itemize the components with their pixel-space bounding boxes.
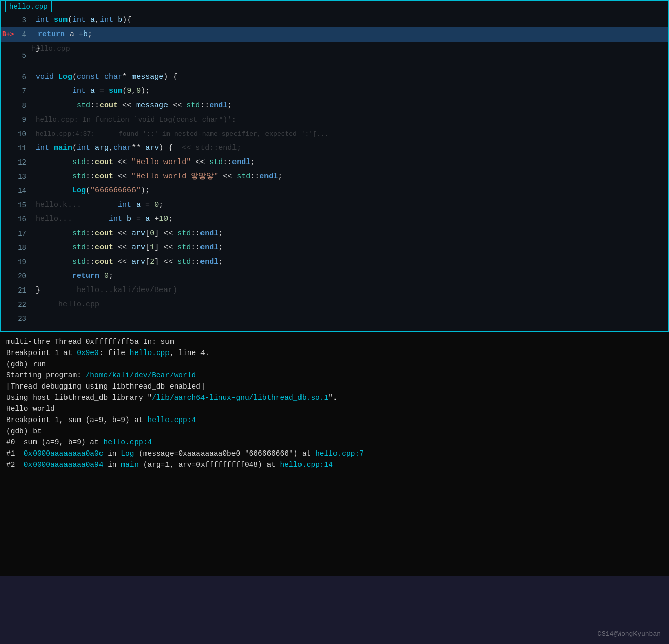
watermark: CS14@WongKyunban	[597, 630, 661, 638]
gdb-bt-cmd: (gdb) bt	[6, 426, 663, 437]
gutter-5: 5	[1, 42, 31, 70]
gdb-libthread-line: Using host libthread_db library "/lib/aa…	[6, 392, 663, 403]
gdb-starting-line: Starting program: /home/kali/dev/Bear/wo…	[6, 370, 663, 381]
code-content-12: std::cout << "Hello world" << std::endl;	[31, 155, 668, 170]
code-content-18: std::cout << arv[1] << std::endl;	[31, 241, 668, 255]
code-content-16: hello... int b = a +10;	[31, 212, 668, 227]
code-line-7: 7 int a = sum(9,9);	[1, 84, 668, 99]
code-line-21: 21 } hello...kali/dev/Bear)	[1, 283, 668, 298]
breakpoint-marker: B+>	[1, 27, 16, 42]
code-line-16: 16 hello... int b = a +10;	[1, 212, 668, 227]
code-content-14: Log("666666666");	[31, 184, 668, 198]
code-content-6: void Log(const char* message) {	[31, 70, 668, 84]
gdb-bp-hit-line: Breakpoint 1, sum (a=9, b=9) at hello.cp…	[6, 414, 663, 426]
code-content-5: } hello.cpp	[31, 42, 668, 70]
code-content-21: } hello...kali/dev/Bear)	[31, 283, 668, 298]
code-line-22: 22 hello.cpp	[1, 298, 668, 312]
code-line-18: 18 std::cout << arv[1] << std::endl;	[1, 241, 668, 255]
code-line-5: 5 } hello.cpp	[1, 42, 668, 70]
code-line-23: 23	[1, 312, 668, 326]
gutter-19: 19	[1, 255, 31, 269]
gdb-thread-line: multi-thre Thread 0xfffff7ff5a In: sum	[6, 336, 663, 347]
gutter-10: 10	[1, 127, 31, 141]
gutter-9: 9	[1, 113, 31, 127]
gutter-17: 17	[1, 227, 31, 241]
gutter-12: 12	[1, 155, 31, 170]
code-line-4: B+> 4 return a +b;	[1, 27, 668, 42]
code-content-11: int main(int arg,char** arv) { << std::e…	[31, 141, 668, 155]
code-line-19: 19 std::cout << arv[2] << std::endl;	[1, 255, 668, 269]
gdb-thread-dbg-line: [Thread debugging using libthread_db ena…	[6, 381, 663, 392]
gutter-18: 18	[1, 241, 31, 255]
code-content-3: int sum(int a,int b){	[31, 13, 668, 27]
code-line-15: 15 hello.k... int a = 0;	[1, 198, 668, 212]
code-content-23	[31, 312, 668, 326]
gdb-bp-line: Breakpoint 1 at 0x9e0: file hello.cpp, l…	[6, 347, 663, 359]
gutter-16: 16	[1, 212, 31, 227]
code-line-9: 9 hello.cpp: In function `void Log(const…	[1, 113, 668, 127]
gutter-4: B+> 4	[1, 27, 31, 42]
gdb-hello-world-line: Hello world	[6, 403, 663, 414]
code-line-8: 8 std::cout << message << std::endl;	[1, 99, 668, 113]
gutter-14: 14	[1, 184, 31, 198]
gutter-8: 8	[1, 99, 31, 113]
gutter-7: 7	[1, 84, 31, 99]
gutter-13: 13	[1, 170, 31, 184]
gutter-22: 22	[1, 298, 31, 312]
code-content-8: std::cout << message << std::endl;	[31, 99, 668, 113]
code-content-19: std::cout << arv[2] << std::endl;	[31, 255, 668, 269]
code-line-10: 10 hello.cpp:4:37: ——— found '::' in nes…	[1, 127, 668, 141]
code-content-20: return 0;	[31, 269, 668, 283]
code-content-22: hello.cpp	[31, 298, 668, 312]
code-line-17: 17 std::cout << arv[0] << std::endl;	[1, 227, 668, 241]
gdb-frame0: #0 sum (a=9, b=9) at hello.cpp:4	[6, 437, 663, 448]
gutter-11: 11	[1, 141, 31, 155]
gutter-6: 6	[1, 70, 31, 84]
code-content-10: hello.cpp:4:37: ——— found '::' in nested…	[31, 127, 668, 141]
gutter-21: 21	[1, 283, 31, 298]
gutter-23: 23	[1, 312, 31, 326]
gdb-pane: multi-thre Thread 0xfffff7ff5a In: sum B…	[0, 332, 669, 576]
code-content-15: hello.k... int a = 0;	[31, 198, 668, 212]
code-line-20: 20 return 0;	[1, 269, 668, 283]
code-line-11: 11 int main(int arg,char** arv) { << std…	[1, 141, 668, 155]
gdb-frame2: #2 0x0000aaaaaaaa0a94 in main (arg=1, ar…	[6, 459, 663, 470]
code-content-17: std::cout << arv[0] << std::endl;	[31, 227, 668, 241]
code-content-13: std::cout << "Hello world 앟앟앟" << std::e…	[31, 170, 668, 184]
gdb-run-line: (gdb) run	[6, 359, 663, 370]
code-line-14: 14 Log("666666666");	[1, 184, 668, 198]
code-content-4: return a +b;	[31, 27, 668, 42]
code-content-7: int a = sum(9,9);	[31, 84, 668, 99]
gdb-frame1: #1 0x0000aaaaaaaa0a0c in Log (message=0x…	[6, 448, 663, 459]
gutter-20: 20	[1, 269, 31, 283]
gutter-3: 3	[1, 13, 31, 27]
code-line-6: 6 void Log(const char* message) {	[1, 70, 668, 84]
code-line-13: 13 std::cout << "Hello world 앟앟앟" << std…	[1, 170, 668, 184]
code-content-9: hello.cpp: In function `void Log(const c…	[31, 113, 668, 127]
code-area: 3 int sum(int a,int b){ B+> 4 return a +…	[1, 8, 668, 331]
code-line-3: 3 int sum(int a,int b){	[1, 13, 668, 27]
editor-pane: hello.cpp 3 int sum(int a,int b){ B+> 4 …	[0, 0, 669, 332]
gutter-15: 15	[1, 198, 31, 212]
code-line-12: 12 std::cout << "Hello world" << std::en…	[1, 155, 668, 170]
